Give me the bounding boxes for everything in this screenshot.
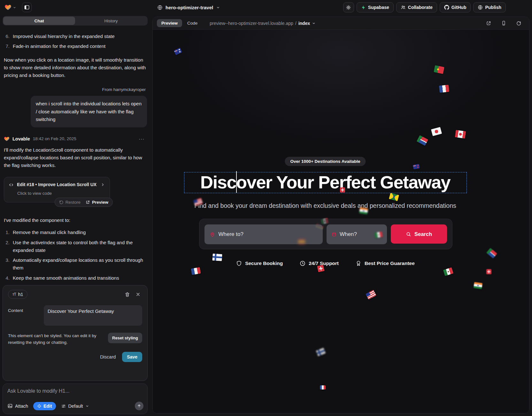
feature-badges: Secure Booking 24/7 Support Best Price G… (153, 260, 498, 267)
publish-label: Publish (485, 5, 501, 10)
br-flag (389, 193, 399, 201)
es-flag (298, 239, 305, 244)
chat-composer: Attach Edit Default (3, 383, 148, 414)
attach-button[interactable]: Attach (7, 403, 28, 409)
list-text: Keep the same smooth animations and tran… (13, 274, 119, 282)
mobile-icon (501, 20, 506, 26)
save-button[interactable]: Save (122, 352, 142, 362)
tab-chat[interactable]: Chat (3, 17, 75, 25)
list-number: 2. (4, 239, 10, 254)
message-timestamp: 18:42 on Feb 20, 2025 (33, 135, 76, 142)
preview-pane: Preview Code preview--hero-optimizer-tra… (152, 17, 529, 413)
discard-button[interactable]: Discard (100, 354, 116, 359)
send-button[interactable] (135, 402, 143, 410)
restore-button[interactable]: Restore (59, 199, 81, 206)
tab-code[interactable]: Code (187, 21, 197, 26)
close-inspector-button[interactable] (134, 290, 142, 299)
github-button[interactable]: GitHub (440, 2, 471, 12)
fr-flag (320, 385, 326, 390)
edit-card-title: Edit #18 • Improve Location Scroll UX (17, 181, 96, 188)
globe-icon (478, 5, 483, 10)
in-flag (359, 207, 368, 214)
preview-label: Preview (92, 199, 108, 206)
composer-input[interactable] (7, 388, 143, 394)
agent-paragraph: I'll modify the LocationScroll component… (4, 146, 147, 170)
mobile-view-button[interactable] (500, 20, 507, 26)
list-number: 6. (4, 33, 10, 40)
trash-icon (125, 292, 130, 297)
agent-paragraph: Now when you click on a location image, … (4, 56, 147, 79)
fi-flag (316, 348, 326, 356)
reset-styling-button[interactable]: Reset styling (108, 333, 142, 343)
au-flag (174, 48, 182, 55)
preview-content: Over 1000+ Destinations Available Discov… (153, 30, 529, 413)
edit-card-wrap: Edit #18 • Improve Location Scroll UX Cl… (4, 177, 110, 202)
restore-label: Restore (66, 199, 81, 206)
supabase-label: Supabase (368, 5, 389, 10)
mode-label: Default (68, 404, 83, 409)
restore-preview-pill: Restore Preview (55, 198, 113, 207)
typography-icon: тT (12, 292, 16, 297)
list-text: Remove the manual click handling (13, 229, 86, 236)
globe-icon (157, 5, 163, 10)
list-text: Fade-in animation for the expanded conte… (13, 42, 105, 50)
preview-toolbar-icons (485, 20, 525, 26)
collaborate-button[interactable]: Collaborate (396, 2, 437, 12)
preview-url[interactable]: preview--hero-optimizer-travel.lovable.a… (210, 21, 316, 26)
hero-title[interactable]: Discover Your Perfect Getaway (153, 171, 498, 193)
where-input[interactable] (218, 231, 317, 238)
url-host: preview--hero-optimizer-travel.lovable.a… (210, 21, 293, 26)
list-number: 3. (4, 256, 10, 272)
calendar-icon (332, 231, 336, 237)
edit-mode-button[interactable]: Edit (33, 402, 56, 410)
chat-messages[interactable]: 6.Improved visual hierarchy in the expan… (0, 27, 151, 285)
agent-message-header: Lovable 18:42 on Feb 20, 2025 ··· (4, 135, 147, 143)
arrow-up-icon (137, 404, 141, 408)
users-icon (401, 5, 406, 10)
list-text: Improved visual hierarchy in the expande… (13, 33, 115, 40)
user-message-bubble: when i scroll into the individual locati… (31, 96, 147, 127)
refresh-button[interactable] (515, 20, 522, 26)
lovable-logo-menu[interactable] (4, 4, 16, 11)
delete-element-button[interactable] (123, 290, 131, 299)
message-menu-button[interactable]: ··· (139, 135, 144, 143)
refresh-icon (516, 20, 521, 26)
external-link-icon (486, 20, 491, 26)
target-icon (37, 404, 42, 408)
tab-preview[interactable]: Preview (157, 19, 182, 27)
mx-flag (443, 267, 454, 276)
project-name: hero-optimizer-travel (166, 5, 213, 10)
list-text: Use the activeIndex state to control bot… (13, 239, 147, 254)
search-button[interactable]: Search (391, 224, 447, 244)
settings-button[interactable] (343, 2, 354, 12)
za-flag (486, 248, 497, 258)
hero-subtitle: Find and book your dream destination wit… (153, 202, 498, 209)
list-text: Automatically expand/collapse locations … (13, 256, 147, 272)
open-in-new-tab-button[interactable] (485, 20, 492, 26)
search-icon (406, 231, 411, 237)
supabase-button[interactable]: Supabase (357, 2, 394, 12)
element-inspector-panel: тT h1 Content Discover Your Perfect Geta… (3, 285, 148, 381)
pt-flag (434, 65, 444, 74)
agent-list-continued: 6.Improved visual hierarchy in the expan… (4, 33, 147, 50)
project-menu[interactable]: hero-optimizer-travel (157, 0, 220, 15)
list-number: 7. (4, 42, 10, 50)
tab-history[interactable]: History (75, 17, 147, 25)
element-tag-chip[interactable]: тT h1 (8, 290, 27, 299)
panel-toggle-icon (24, 4, 30, 10)
fr-flag (191, 267, 201, 275)
preview-button[interactable]: Preview (86, 199, 108, 206)
ca-flag (455, 130, 466, 139)
url-separator: / (295, 21, 297, 26)
chevron-right-icon (100, 182, 105, 187)
list-item: 2.Use the activeIndex state to control b… (4, 239, 147, 254)
url-page: index (298, 21, 310, 26)
lovable-heart-icon (4, 4, 12, 11)
mode-selector[interactable]: Default (61, 404, 89, 409)
publish-button[interactable]: Publish (473, 2, 506, 12)
sidebar-toggle-button[interactable] (22, 3, 32, 12)
search-card: Search (199, 219, 452, 249)
content-input[interactable]: Discover Your Perfect Getaway (44, 305, 142, 326)
list-item: 7.Fade-in animation for the expanded con… (4, 42, 147, 50)
lovable-heart-icon (4, 136, 10, 142)
